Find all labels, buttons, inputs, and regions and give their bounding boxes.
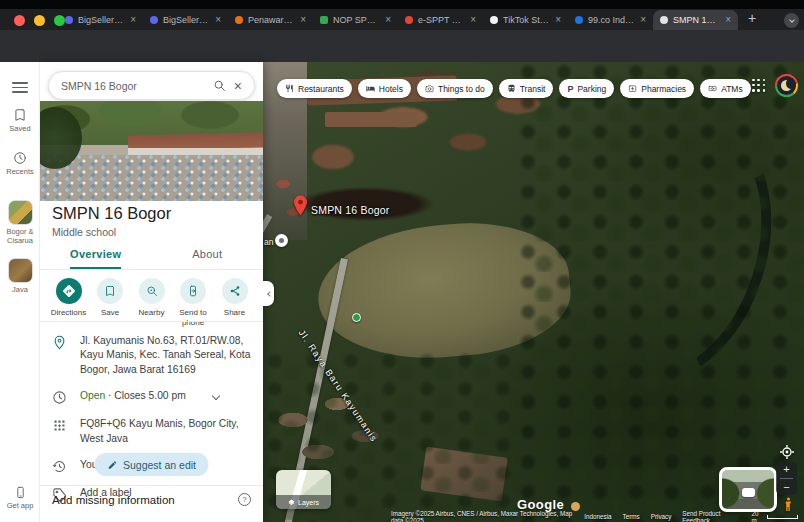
clock-icon (13, 151, 27, 165)
send-to-phone-button[interactable]: Send to phone (173, 278, 214, 327)
divider (40, 485, 263, 486)
tab-close-icon[interactable] (215, 15, 221, 25)
map-attribution: Imagery ©2025 Airbus, CNES / Airbus, Max… (263, 512, 804, 521)
chip-restaurants[interactable]: Restaurants (277, 79, 352, 98)
atm-banknote-icon (708, 84, 717, 93)
action-label: Share (224, 308, 245, 318)
place-category: Middle school (52, 226, 116, 238)
sidebar-item-bogor-cisarua[interactable]: Bogor & Cisarua (0, 200, 40, 245)
attribution-link-terms[interactable]: Terms (623, 513, 640, 520)
hours-separator: ⋅ (105, 390, 114, 401)
tab-label: BigSeller - Dan (78, 15, 125, 25)
zoom-in-button[interactable] (783, 464, 789, 475)
tab-label: Penawaran dan (248, 15, 295, 25)
suggest-edit-button[interactable]: Suggest an edit (94, 453, 209, 476)
action-label: Directions (51, 308, 87, 318)
suggest-edit-label: Suggest an edit (123, 459, 196, 471)
new-tab-button[interactable]: + (748, 11, 756, 25)
google-apps-grid-icon[interactable] (752, 79, 766, 93)
browser-tab-99co[interactable]: 99.co Indones (568, 10, 653, 30)
tab-overview[interactable]: Overview (40, 241, 152, 269)
tab-list: BigSeller - Dan BigSeller - Invi Penawar… (58, 10, 738, 30)
bookmark-icon (104, 285, 116, 297)
menu-hamburger-icon[interactable] (12, 82, 28, 93)
map-scale-text: 20 m (751, 510, 763, 522)
nearby-search-icon (146, 285, 158, 297)
tab-close-icon[interactable] (640, 15, 646, 25)
clear-search-icon[interactable] (234, 79, 242, 93)
chip-hotels[interactable]: Hotels (358, 79, 411, 98)
sidebar-item-recents[interactable]: Recents (0, 151, 40, 177)
tab-close-icon[interactable] (130, 15, 136, 25)
send-to-phone-icon (187, 285, 199, 297)
attribution-link-privacy[interactable]: Privacy (651, 513, 672, 520)
chip-label: Transit (520, 84, 546, 94)
sidebar-item-get-app[interactable]: Get app (0, 486, 40, 511)
browser-tab-bigseller-1[interactable]: BigSeller - Dan (58, 10, 143, 30)
browser-tab-penawaran[interactable]: Penawaran dan (228, 10, 313, 30)
bigseller-favicon-icon (65, 16, 73, 24)
chip-label: Things to do (438, 84, 485, 94)
browser-tab-bigseller-2[interactable]: BigSeller - Invi (143, 10, 228, 30)
layers-button[interactable]: Layers (276, 470, 331, 509)
tab-close-icon[interactable] (555, 15, 561, 25)
tab-close-icon[interactable] (470, 15, 476, 25)
tab-close-icon[interactable] (300, 15, 306, 25)
browser-tab-nop-sppt[interactable]: NOP SPPT Tan (313, 10, 398, 30)
chip-things-to-do[interactable]: Things to do (417, 79, 493, 98)
plus-code-row[interactable]: FQ8F+Q6 Kayu Manis, Bogor City, West Jav… (40, 411, 263, 452)
sidebar-item-label: Get app (1, 502, 39, 511)
street-view-thumbnail[interactable] (719, 467, 777, 512)
chip-transit[interactable]: Transit (499, 79, 554, 98)
tab-label: TikTok Studio (503, 15, 550, 25)
chip-pharmacies[interactable]: Pharmacies (620, 79, 694, 98)
flame-favicon-icon (235, 16, 243, 24)
sidebar-item-label: Java (1, 286, 39, 295)
open-status: Open (80, 390, 105, 401)
maps-favicon-icon (660, 16, 668, 24)
add-missing-info-link[interactable]: Add missing information (52, 494, 175, 506)
search-input[interactable] (61, 80, 205, 92)
address-row[interactable]: Jl. Kayumanis No.63, RT.01/RW.08, Kayu M… (40, 328, 263, 383)
share-button[interactable]: Share (214, 278, 255, 327)
satellite-map[interactable]: Restaurants Hotels Things to do Transit … (263, 62, 804, 522)
window-close-button[interactable] (14, 15, 25, 26)
tab-close-icon[interactable] (725, 15, 731, 25)
pencil-icon (107, 460, 117, 470)
attribution-link-feedback[interactable]: Send Product Feedback (682, 510, 739, 522)
place-marker-pin-icon[interactable] (293, 195, 308, 216)
tab-search-button[interactable] (784, 13, 799, 28)
browser-tab-esppt[interactable]: e-SPPT Kota B (398, 10, 483, 30)
chevron-down-icon[interactable] (212, 392, 220, 400)
account-avatar[interactable] (775, 74, 798, 97)
partial-poi-label: an (264, 237, 273, 247)
directions-button[interactable]: Directions (48, 278, 89, 327)
browser-tab-tiktok-studio[interactable]: TikTok Studio (483, 10, 568, 30)
tab-about[interactable]: About (152, 241, 264, 269)
attribution-link-indonesia[interactable]: Indonesia (584, 513, 611, 520)
help-icon[interactable] (238, 493, 251, 506)
category-chips: Restaurants Hotels Things to do Transit … (277, 79, 751, 98)
my-location-icon[interactable] (779, 444, 795, 460)
sidebar-item-java[interactable]: Java (0, 258, 40, 295)
map-building-roof (325, 112, 417, 127)
window-minimize-button[interactable] (34, 15, 45, 26)
browser-tab-smpn16-active[interactable]: SMPN 16 Bogor (653, 10, 738, 30)
search-box[interactable] (48, 71, 255, 100)
place-photo[interactable] (40, 101, 263, 201)
tab-label: NOP SPPT Tan (333, 15, 380, 25)
sidebar-item-saved[interactable]: Saved (0, 108, 40, 134)
panel-collapse-button[interactable] (263, 281, 274, 306)
tab-close-icon[interactable] (385, 15, 391, 25)
tab-label: e-SPPT Kota B (418, 15, 465, 25)
search-icon[interactable] (213, 79, 226, 92)
chip-atms[interactable]: ATMs (700, 79, 751, 98)
save-button[interactable]: Save (90, 278, 131, 327)
hours-row[interactable]: Open ⋅ Closes 5.00 pm (40, 383, 263, 411)
field-center-marker[interactable] (352, 313, 361, 322)
zoom-out-button[interactable] (783, 482, 789, 493)
chip-parking[interactable]: P Parking (559, 79, 614, 98)
poi-marker[interactable] (275, 234, 288, 247)
nearby-button[interactable]: Nearby (131, 278, 172, 327)
pegman-icon[interactable] (782, 497, 795, 512)
